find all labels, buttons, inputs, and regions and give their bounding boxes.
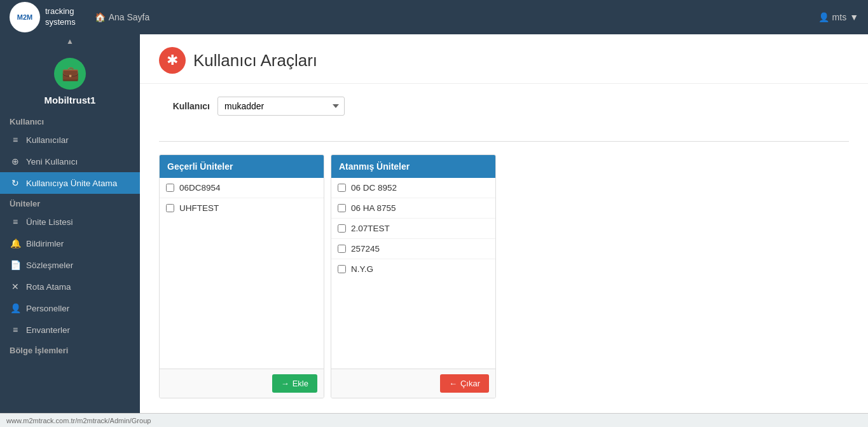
- kullanici-form-row: Kullanıcı mukadderadmintest_user: [159, 97, 849, 116]
- layout: ▲ 💼 Mobiltrust1 Kullanıcı ≡ Kullanıcılar…: [0, 34, 868, 413]
- gecerli-uniteler-header: Geçerli Üniteler: [160, 155, 324, 178]
- sidebar-username: Mobiltrust1: [6, 95, 134, 105]
- item-checkbox[interactable]: [338, 245, 346, 253]
- atanmis-uniteler-header: Atanmış Üniteler: [331, 155, 495, 178]
- item-checkbox[interactable]: [166, 204, 174, 212]
- sidebar-user-section: 💼 Mobiltrust1: [0, 48, 140, 112]
- kullanici-label: Kullanıcı: [159, 101, 210, 111]
- sidebar-item-rota-atama[interactable]: ✕ Rota Atama: [0, 276, 140, 297]
- divider: [159, 141, 849, 142]
- page-header: ✱ Kullanıcı Araçları: [140, 34, 868, 84]
- assign-icon: ↻: [10, 178, 21, 188]
- item-checkbox[interactable]: [166, 184, 174, 192]
- item-checkbox[interactable]: [338, 204, 346, 212]
- gecerli-uniteler-footer: → Ekle: [160, 369, 324, 398]
- list-item[interactable]: 06 HA 8755: [331, 198, 495, 219]
- sidebar-item-envanterler[interactable]: ≡ Envanterler: [0, 319, 140, 341]
- bell-icon: 🔔: [10, 238, 21, 248]
- page-title: Kullanıcı Araçları: [193, 51, 317, 71]
- item-checkbox[interactable]: [338, 184, 346, 192]
- brand-text: tracking systems: [45, 6, 76, 28]
- list-icon: ≡: [10, 135, 21, 145]
- sidebar-item-yeni-kullanici[interactable]: ⊕ Yeni Kullanıcı: [0, 151, 140, 172]
- page-icon: ✱: [159, 47, 186, 74]
- cikar-button[interactable]: ← Çıkar: [440, 374, 489, 393]
- user-icon: 👤: [818, 12, 829, 22]
- item-checkbox[interactable]: [338, 265, 346, 273]
- list-item[interactable]: UHFTEST: [160, 198, 324, 218]
- atanmis-uniteler-panel: Atanmış Üniteler 06 DC 8952 06 HA 8755 2…: [331, 154, 496, 398]
- asterisk-icon: ✱: [167, 52, 178, 69]
- ekle-button[interactable]: → Ekle: [272, 374, 317, 393]
- briefcase-icon: 💼: [62, 65, 79, 82]
- sidebar-item-personeller[interactable]: 👤 Personeller: [0, 297, 140, 319]
- route-icon: ✕: [10, 281, 21, 292]
- section-title-uniteler: Üniteler: [0, 194, 140, 211]
- status-url: www.m2mtrack.com.tr/m2mtrack/Admin/Group: [6, 417, 151, 424]
- doc-icon: 📄: [10, 260, 21, 270]
- nav-home[interactable]: 🏠 Ana Sayfa: [95, 12, 150, 22]
- sidebar-item-unite-atama[interactable]: ↻ Kullanıcıya Ünite Atama: [0, 172, 140, 194]
- arrow-right-icon: →: [281, 379, 289, 388]
- brand-logo: M2M tracking systems: [10, 2, 76, 32]
- panels-row: Geçerli Üniteler 06DC8954 UHFTEST → Ekle: [140, 154, 868, 398]
- list-item[interactable]: 06 DC 8952: [331, 178, 495, 198]
- gecerli-uniteler-panel: Geçerli Üniteler 06DC8954 UHFTEST → Ekle: [159, 154, 324, 398]
- home-icon: 🏠: [95, 12, 106, 22]
- sidebar-item-unite-listesi[interactable]: ≡ Ünite Listesi: [0, 211, 140, 233]
- atanmis-uniteler-body: 06 DC 8952 06 HA 8755 2.07TEST 257245: [331, 178, 495, 369]
- kullanici-select[interactable]: mukadderadmintest_user: [217, 97, 345, 116]
- user-menu[interactable]: 👤 mts ▼: [818, 12, 858, 22]
- inventory-icon: ≡: [10, 325, 21, 335]
- section-title-bolge: Bölge İşlemleri: [0, 341, 140, 358]
- atanmis-uniteler-footer: ← Çıkar: [331, 369, 495, 398]
- item-checkbox[interactable]: [338, 224, 346, 233]
- navbar: M2M tracking systems 🏠 Ana Sayfa 👤 mts ▼: [0, 0, 868, 34]
- person-icon: 👤: [10, 303, 21, 313]
- list-item[interactable]: 06DC8954: [160, 178, 324, 198]
- sidebar: ▲ 💼 Mobiltrust1 Kullanıcı ≡ Kullanıcılar…: [0, 34, 140, 413]
- main-content: ✱ Kullanıcı Araçları Kullanıcı mukaddera…: [140, 34, 868, 413]
- list-item[interactable]: 257245: [331, 239, 495, 259]
- list-item[interactable]: N.Y.G: [331, 259, 495, 279]
- arrow-left-icon: ←: [449, 379, 457, 388]
- logo-icon: M2M: [10, 2, 40, 32]
- status-bar: www.m2mtrack.com.tr/m2mtrack/Admin/Group: [0, 413, 868, 427]
- sidebar-item-sozlesmeler[interactable]: 📄 Sözleşmeler: [0, 254, 140, 276]
- section-title-kullanici: Kullanıcı: [0, 112, 140, 129]
- plus-icon: ⊕: [10, 156, 21, 166]
- form-section: Kullanıcı mukadderadmintest_user: [140, 84, 868, 141]
- sidebar-item-kullanicilar[interactable]: ≡ Kullanıcılar: [0, 129, 140, 151]
- scroll-indicator: ▲: [0, 34, 140, 48]
- sidebar-item-bildirimler[interactable]: 🔔 Bildirimler: [0, 233, 140, 254]
- list2-icon: ≡: [10, 217, 21, 227]
- list-item[interactable]: 2.07TEST: [331, 219, 495, 239]
- gecerli-uniteler-body: 06DC8954 UHFTEST: [160, 178, 324, 369]
- user-avatar: 💼: [54, 58, 86, 90]
